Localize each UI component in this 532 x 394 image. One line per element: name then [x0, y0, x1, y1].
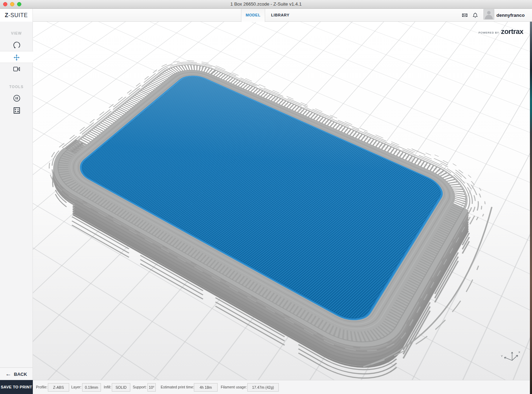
svg-text:X: X: [518, 351, 520, 354]
svg-text:Y: Y: [501, 354, 503, 358]
